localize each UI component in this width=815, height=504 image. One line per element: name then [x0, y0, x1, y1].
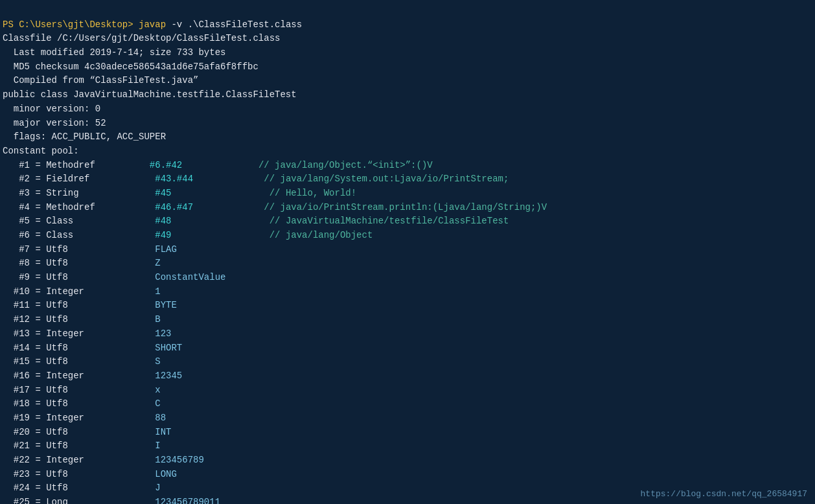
- terminal-line-p14: #14 = Utf8 SHORT: [3, 341, 812, 356]
- terminal-line-flags: flags: ACC_PUBLIC, ACC_SUPER: [3, 130, 812, 144]
- terminal-line-p13: #13 = Integer 123: [3, 327, 812, 341]
- terminal-line-p20: #20 = Utf8 INT: [3, 426, 812, 440]
- terminal-line-p16: #16 = Integer 12345: [3, 369, 812, 384]
- terminal-line-p12: #12 = Utf8 B: [3, 313, 812, 327]
- terminal-window: PS C:\Users\gjt\Desktop> javap -v .\Clas…: [0, 0, 815, 504]
- terminal-line-p9: #9 = Utf8 ConstantValue: [3, 271, 812, 285]
- terminal-line-p6: #6 = Class #49 // java/lang/Object: [3, 229, 812, 243]
- terminal-line-p18: #18 = Utf8 C: [3, 397, 812, 411]
- terminal-line-p10: #10 = Integer 1: [3, 285, 812, 299]
- terminal-line-p21: #21 = Utf8 I: [3, 439, 812, 453]
- terminal-line-pool: Constant pool:: [3, 144, 812, 159]
- terminal-line-compiled: Compiled from “ClassFileTest.java”: [3, 74, 812, 88]
- terminal-line-p4: #4 = Methodref #46.#47 // java/io/PrintS…: [3, 201, 812, 215]
- terminal-line-p7: #7 = Utf8 FLAG: [3, 243, 812, 257]
- watermark: https://blog.csdn.net/qq_26584917: [641, 489, 807, 499]
- terminal-line-p1: #1 = Methodref #6.#42 // java/lang/Objec…: [3, 159, 812, 173]
- terminal-line-md5: MD5 checksum 4c30adece586543a1d6e75afa6f…: [3, 60, 812, 74]
- terminal-line-p8: #8 = Utf8 Z: [3, 257, 812, 271]
- terminal-line-lastmod: Last modified 2019-7-14; size 733 bytes: [3, 46, 812, 60]
- terminal-line-classfile: Classfile /C:/Users/gjt/Desktop/ClassFil…: [3, 32, 812, 46]
- terminal-line-cmd: PS C:\Users\gjt\Desktop> javap -v .\Clas…: [3, 18, 812, 32]
- terminal-line-p15: #15 = Utf8 S: [3, 355, 812, 369]
- terminal-line-p17: #17 = Utf8 x: [3, 384, 812, 398]
- terminal-line-p2: #2 = Fieldref #43.#44 // java/lang/Syste…: [3, 172, 812, 187]
- terminal-line-p5: #5 = Class #48 // JavaVirtualMachine/tes…: [3, 214, 812, 229]
- terminal-line-p23: #23 = Utf8 LONG: [3, 468, 812, 482]
- terminal-line-public: public class JavaVirtualMachine.testfile…: [3, 88, 812, 102]
- terminal-line-p22: #22 = Integer 123456789: [3, 453, 812, 468]
- terminal-line-p19: #19 = Integer 88: [3, 411, 812, 426]
- terminal-line-major: major version: 52: [3, 117, 812, 131]
- terminal-line-minor: minor version: 0: [3, 102, 812, 117]
- terminal-line-p3: #3 = String #45 // Hello, World!: [3, 187, 812, 201]
- terminal-line-p11: #11 = Utf8 BYTE: [3, 299, 812, 313]
